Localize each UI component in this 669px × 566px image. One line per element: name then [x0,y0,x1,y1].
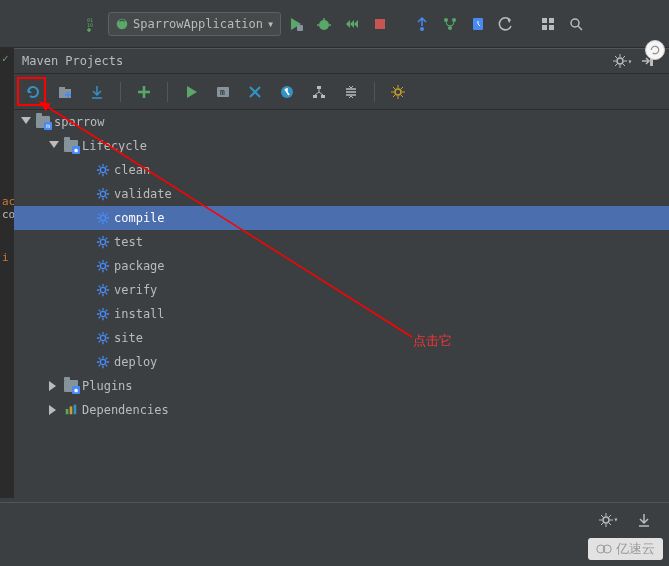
lifecycle-label: Lifecycle [82,139,147,153]
binary-switch-icon[interactable]: 0110 [80,11,106,37]
svg-line-19 [578,26,582,30]
settings-gear-icon[interactable]: ▾ [595,507,621,533]
goal-gear-icon [96,259,110,273]
collapse-arrow-icon[interactable] [49,405,59,415]
reimport-icon[interactable] [20,79,46,105]
stop-icon[interactable] [367,11,393,37]
lifecycle-goal-row[interactable]: install [14,302,669,326]
maven-toolbar: m [14,74,669,110]
run-configuration-selector[interactable]: SparrowApplication ▾ [108,12,281,36]
lifecycle-goal-row[interactable]: validate [14,182,669,206]
lifecycle-goal-row[interactable]: verify [14,278,669,302]
goal-gear-icon [96,211,110,225]
expand-arrow-icon[interactable] [49,141,59,151]
tree-root-row[interactable]: m sparrow [14,110,669,134]
annotation-label: 点击它 [413,332,452,350]
folder-icon: ● [64,140,78,152]
status-bar: ▾ [0,502,669,536]
show-dependencies-icon[interactable] [306,79,332,105]
maven-settings-icon[interactable] [385,79,411,105]
svg-point-18 [571,19,579,27]
download-icon[interactable] [631,507,657,533]
goal-label: test [114,235,143,249]
goal-label: site [114,331,143,345]
svg-point-12 [448,26,452,30]
lifecycle-goal-row[interactable]: test [14,230,669,254]
goal-label: clean [114,163,150,177]
svg-point-37 [100,311,105,316]
svg-point-39 [100,359,105,364]
goal-gear-icon [96,187,110,201]
svg-point-11 [452,18,456,22]
collapse-arrow-icon[interactable] [49,381,59,391]
panel-title: Maven Projects [22,54,609,68]
run-with-coverage-icon[interactable] [283,11,309,37]
tree-lifecycle-row[interactable]: ● Lifecycle [14,134,669,158]
run-maven-build-icon[interactable] [178,79,204,105]
dropdown-arrow-icon: ▾ [267,17,274,31]
side-marker-icon [645,40,665,60]
folder-icon: ● [64,380,78,392]
svg-rect-41 [70,406,73,414]
svg-rect-16 [542,25,547,30]
add-maven-project-icon[interactable] [131,79,157,105]
goal-gear-icon [96,331,110,345]
goal-gear-icon [96,163,110,177]
goal-label: compile [114,211,165,225]
expand-arrow-icon[interactable] [21,117,31,127]
lifecycle-goal-row[interactable]: deploy [14,350,669,374]
dependencies-icon [64,402,78,419]
toggle-skip-tests-icon[interactable] [274,79,300,105]
svg-point-9 [420,27,424,31]
goal-gear-icon [96,307,110,321]
svg-rect-42 [74,404,77,414]
svg-point-10 [444,18,448,22]
svg-point-44 [603,517,609,523]
generate-sources-icon[interactable] [52,79,78,105]
svg-rect-40 [66,409,69,414]
svg-point-36 [100,287,105,292]
goal-gear-icon [96,283,110,297]
vcs-update-icon[interactable] [409,11,435,37]
plugins-label: Plugins [82,379,133,393]
svg-point-35 [100,263,105,268]
project-structure-icon[interactable] [535,11,561,37]
svg-point-32 [100,191,105,196]
svg-point-30 [395,89,401,95]
collapse-all-icon[interactable] [338,79,364,105]
svg-rect-28 [313,95,317,98]
vcs-history-icon[interactable] [465,11,491,37]
svg-point-38 [100,335,105,340]
tree-plugins-row[interactable]: ● Plugins [14,374,669,398]
maven-tree: m sparrow ● Lifecycle clean validate com… [14,110,669,502]
goal-label: verify [114,283,157,297]
goal-label: validate [114,187,172,201]
search-icon[interactable] [563,11,589,37]
tree-root-label: sparrow [54,115,105,129]
dependencies-label: Dependencies [82,403,169,417]
watermark: 亿速云 [588,538,663,560]
debug-icon[interactable] [311,11,337,37]
watermark-text: 亿速云 [616,540,655,558]
toggle-offline-icon[interactable] [242,79,268,105]
vcs-branch-icon[interactable] [437,11,463,37]
download-sources-icon[interactable] [84,79,110,105]
undo-icon[interactable] [493,11,519,37]
lifecycle-goal-row[interactable]: package [14,254,669,278]
goal-label: package [114,259,165,273]
panel-settings-icon[interactable]: ▾ [609,48,635,74]
maven-module-icon: m [36,116,50,128]
lifecycle-goal-row[interactable]: compile [14,206,669,230]
svg-rect-14 [542,18,547,23]
svg-point-4 [319,20,329,30]
svg-point-33 [100,215,105,220]
svg-text:10: 10 [87,22,93,28]
execute-maven-goal-icon[interactable]: m [210,79,236,105]
goal-label: install [114,307,165,321]
run-coverage-icon[interactable] [339,11,365,37]
lifecycle-goal-row[interactable]: clean [14,158,669,182]
editor-gutter: ✓ ac co i [0,48,14,498]
goal-gear-icon [96,355,110,369]
lifecycle-goal-row[interactable]: site [14,326,669,350]
tree-dependencies-row[interactable]: Dependencies [14,398,669,422]
